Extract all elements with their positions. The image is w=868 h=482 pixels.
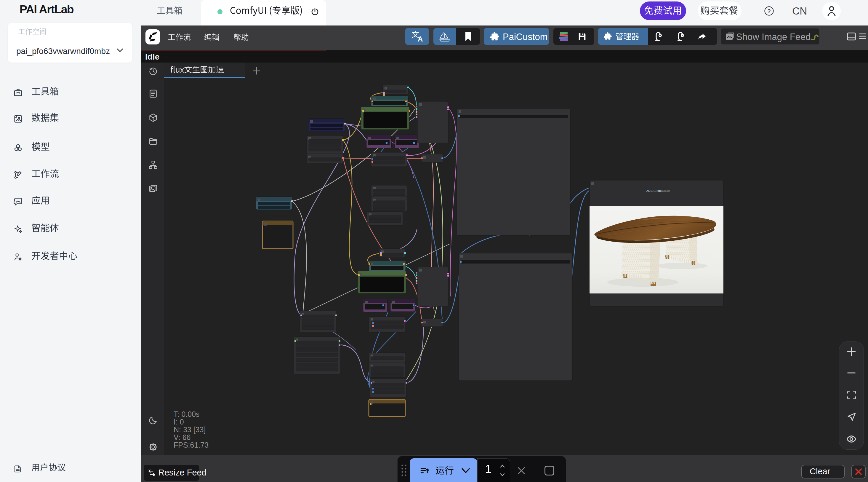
svg-text:B4: B4 — [667, 189, 671, 192]
svg-text:B3: B3 — [664, 189, 668, 192]
svg-text:A4: A4 — [655, 189, 658, 192]
svg-text:A2: A2 — [649, 189, 653, 192]
svg-text:?: ? — [767, 8, 771, 14]
svg-text:A3: A3 — [652, 189, 656, 192]
svg-text:B2: B2 — [661, 189, 664, 192]
